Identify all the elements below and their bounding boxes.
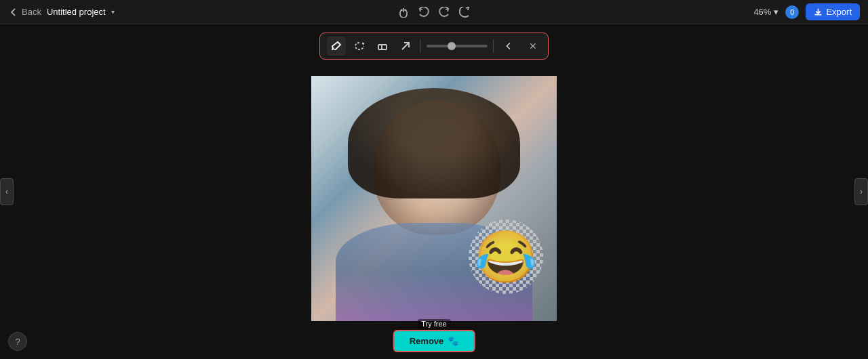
arrow-tool-icon	[400, 41, 411, 51]
close-icon: ✕	[529, 41, 537, 51]
remove-bar: Try free Remove 🐾	[393, 319, 475, 352]
export-button[interactable]: Export	[806, 3, 860, 20]
eraser-tool-button[interactable]	[373, 37, 392, 56]
floating-toolbar: ✕	[319, 33, 549, 60]
toolbar-close-button[interactable]: ✕	[525, 38, 541, 54]
brush-icon	[331, 41, 342, 51]
eraser-icon	[377, 41, 388, 51]
brush-size-slider	[427, 45, 488, 47]
zoom-label: 46%	[753, 7, 771, 17]
redo-icon	[459, 7, 470, 18]
redo-back-icon	[439, 7, 450, 18]
project-title: Untitled project	[47, 7, 106, 17]
next-arrow-button[interactable]: ›	[854, 178, 868, 205]
size-slider-input[interactable]	[427, 45, 488, 47]
prev-arrow-button[interactable]: ‹	[0, 178, 14, 205]
export-label: Export	[826, 7, 852, 17]
hair-shape	[348, 88, 519, 198]
remove-emoji-icon: 🐾	[448, 336, 458, 346]
back-label: Back	[22, 7, 41, 17]
toolbar-separator-2	[493, 39, 494, 53]
help-button[interactable]: ?	[8, 332, 27, 351]
back-arrow-icon	[8, 7, 19, 18]
svg-rect-0	[378, 45, 387, 49]
notification-count: 0	[790, 8, 794, 16]
export-icon	[814, 7, 823, 16]
undo-icon	[418, 7, 429, 18]
top-bar-center	[398, 7, 470, 18]
redo-back-button[interactable]	[439, 7, 450, 18]
zoom-chevron-icon: ▾	[774, 7, 778, 17]
back-button[interactable]: Back	[8, 7, 41, 18]
remove-button[interactable]: Remove 🐾	[393, 330, 475, 352]
redo-button[interactable]	[459, 7, 470, 18]
zoom-control[interactable]: 46% ▾	[753, 7, 778, 17]
remove-label: Remove	[410, 336, 444, 346]
svg-line-2	[402, 43, 409, 49]
right-arrow-icon: ›	[860, 187, 863, 196]
hand-icon	[398, 7, 409, 18]
hand-tool-button[interactable]	[398, 7, 409, 18]
top-bar-left: Back Untitled project ▾	[8, 7, 115, 18]
left-arrow-icon: ‹	[5, 187, 8, 196]
back-arrow-tool-button[interactable]	[499, 37, 518, 56]
lasso-icon	[354, 41, 365, 51]
top-bar: Back Untitled project ▾ 46% ▾ 0 Export	[0, 0, 868, 24]
emoji-overlay[interactable]: 😂	[469, 219, 543, 294]
brush-tool-button[interactable]	[327, 37, 346, 56]
title-chevron-icon[interactable]: ▾	[111, 8, 115, 16]
emoji-sticker: 😂	[474, 232, 538, 282]
notification-badge[interactable]: 0	[785, 5, 799, 19]
help-icon: ?	[15, 337, 20, 347]
main-area: ‹ ›	[0, 24, 868, 359]
left-arrow-tool-icon	[504, 41, 513, 51]
top-bar-right: 46% ▾ 0 Export	[753, 3, 860, 20]
canvas-container: 😂 Try free Remove 🐾	[311, 76, 557, 321]
lasso-tool-button[interactable]	[350, 37, 369, 56]
arrow-tool-button[interactable]	[396, 37, 415, 56]
undo-button[interactable]	[418, 7, 429, 18]
canvas-image[interactable]: 😂	[311, 76, 557, 321]
try-free-label: Try free	[417, 319, 451, 329]
toolbar-separator	[420, 39, 421, 53]
